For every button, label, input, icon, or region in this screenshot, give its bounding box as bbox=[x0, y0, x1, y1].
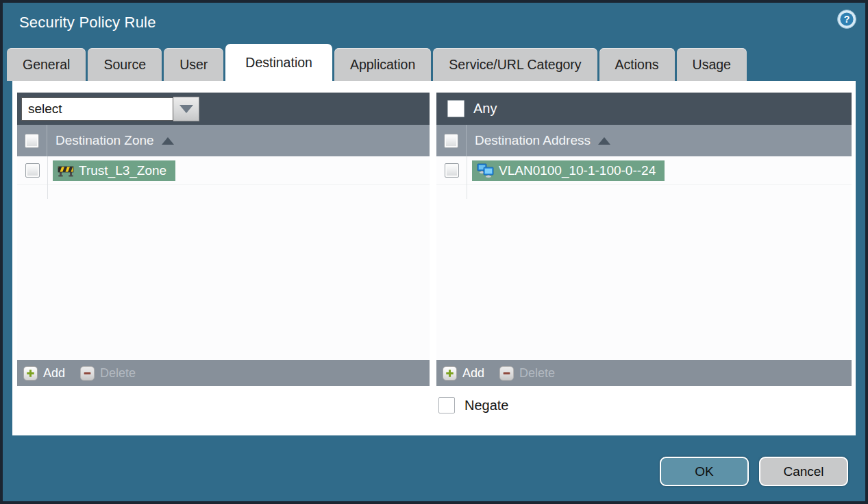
any-checkbox[interactable] bbox=[447, 100, 464, 117]
zone-select-all-checkbox[interactable] bbox=[25, 134, 39, 148]
address-any-bar: Any bbox=[436, 93, 852, 125]
address-add-label: Add bbox=[462, 366, 484, 381]
zone-barrier-icon bbox=[58, 164, 74, 178]
zone-item-trust-l3-zone[interactable]: Trust_L3_Zone bbox=[53, 160, 175, 181]
dialog-title: Security Policy Rule bbox=[19, 3, 156, 43]
negate-control: Negate bbox=[438, 397, 509, 413]
tab-destination[interactable]: Destination bbox=[225, 44, 332, 81]
address-column-header: Destination Address bbox=[436, 125, 852, 156]
address-select-all-checkbox[interactable] bbox=[444, 134, 458, 148]
address-list: VLAN0100_10-1-100-0--24 bbox=[436, 156, 852, 360]
destination-tab-content: Destination Zone bbox=[12, 81, 856, 435]
title-bar: Security Policy Rule ? bbox=[3, 3, 865, 43]
sort-ascending-icon[interactable] bbox=[598, 137, 610, 145]
sort-ascending-icon[interactable] bbox=[162, 137, 174, 145]
address-item-label: VLAN0100_10-1-100-0--24 bbox=[499, 163, 656, 178]
zone-delete-label: Delete bbox=[100, 366, 136, 381]
help-question-icon[interactable]: ? bbox=[836, 9, 857, 29]
tab-service-url-category[interactable]: Service/URL Category bbox=[433, 48, 597, 81]
zone-list-item: Trust_L3_Zone bbox=[17, 156, 430, 185]
zone-item-label: Trust_L3_Zone bbox=[79, 163, 166, 178]
svg-text:?: ? bbox=[844, 14, 850, 25]
zone-delete-button: Delete bbox=[80, 366, 136, 381]
plus-icon bbox=[443, 366, 457, 381]
tab-bar: General Source User Destination Applicat… bbox=[7, 44, 865, 81]
zone-add-label: Add bbox=[43, 366, 65, 381]
zone-add-button[interactable]: Add bbox=[23, 366, 65, 381]
minus-icon bbox=[80, 366, 95, 381]
tab-source[interactable]: Source bbox=[88, 48, 162, 81]
zone-column-header: Destination Zone bbox=[17, 125, 430, 156]
minus-icon bbox=[499, 366, 514, 381]
address-delete-button: Delete bbox=[499, 366, 555, 381]
address-delete-label: Delete bbox=[519, 366, 555, 381]
zone-select-all-cell bbox=[17, 125, 47, 156]
plus-icon bbox=[23, 366, 38, 381]
address-row-checkbox[interactable] bbox=[445, 163, 459, 178]
address-add-button[interactable]: Add bbox=[443, 366, 484, 381]
chevron-down-icon bbox=[179, 105, 193, 113]
destination-zone-panel: Destination Zone bbox=[17, 93, 430, 386]
destination-address-panel: Any Destination Address bbox=[436, 93, 852, 386]
zone-select-bar bbox=[17, 93, 430, 125]
address-select-all-cell bbox=[436, 125, 467, 156]
address-panel-toolbar: Add Delete bbox=[436, 360, 852, 386]
tab-usage[interactable]: Usage bbox=[677, 48, 747, 81]
address-column-title: Destination Address bbox=[475, 133, 591, 148]
negate-label: Negate bbox=[464, 398, 509, 413]
any-label: Any bbox=[473, 101, 497, 117]
address-list-item: VLAN0100_10-1-100-0--24 bbox=[436, 156, 852, 185]
cancel-button[interactable]: Cancel bbox=[759, 457, 848, 486]
ok-button[interactable]: OK bbox=[660, 457, 749, 486]
network-computers-icon bbox=[477, 163, 494, 178]
negate-checkbox[interactable] bbox=[438, 397, 455, 413]
zone-row-checkbox[interactable] bbox=[25, 163, 40, 178]
zone-type-select-input[interactable] bbox=[21, 97, 173, 121]
zone-panel-toolbar: Add Delete bbox=[17, 360, 430, 386]
zone-list: Trust_L3_Zone bbox=[17, 156, 430, 360]
address-item-vlan0100[interactable]: VLAN0100_10-1-100-0--24 bbox=[472, 160, 665, 181]
zone-column-title: Destination Zone bbox=[55, 133, 154, 148]
security-policy-rule-dialog: Security Policy Rule ? General Source Us… bbox=[0, 0, 868, 504]
tab-actions[interactable]: Actions bbox=[599, 48, 675, 81]
zone-type-select bbox=[21, 97, 199, 121]
tab-application[interactable]: Application bbox=[334, 48, 431, 81]
tab-general[interactable]: General bbox=[7, 48, 86, 81]
tab-user[interactable]: User bbox=[164, 48, 223, 81]
zone-type-select-dropdown-button[interactable] bbox=[173, 97, 199, 121]
